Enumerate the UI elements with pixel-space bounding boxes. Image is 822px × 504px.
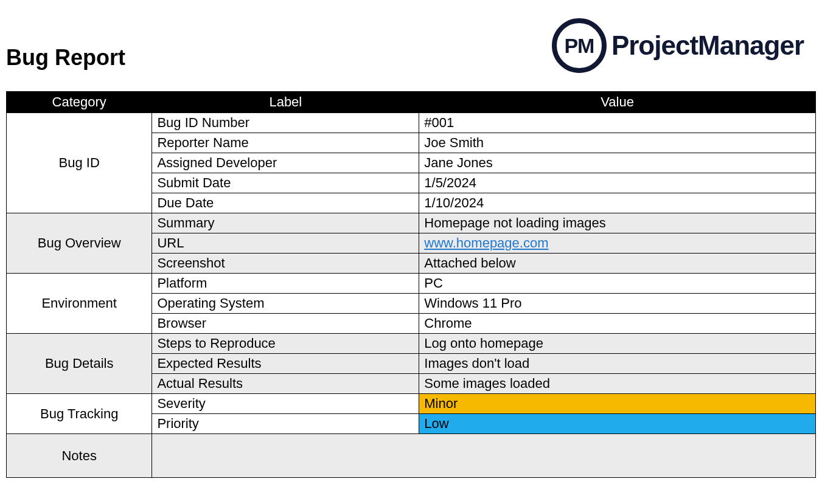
value-cell-severity: Minor xyxy=(419,394,816,414)
value-cell: Chrome xyxy=(419,314,816,334)
col-header-value: Value xyxy=(419,92,816,113)
col-header-category: Category xyxy=(7,92,152,113)
page-title: Bug Report xyxy=(6,45,125,71)
header: Bug Report PM ProjectManager xyxy=(6,6,816,73)
label-cell: Severity xyxy=(152,394,419,414)
url-link[interactable]: www.homepage.com xyxy=(424,235,548,250)
value-cell: #001 xyxy=(419,113,816,133)
value-cell: Attached below xyxy=(419,254,816,274)
value-cell: Joe Smith xyxy=(419,133,816,153)
label-cell: URL xyxy=(152,233,419,254)
logo-circle-icon: PM xyxy=(552,18,607,73)
label-cell: Summary xyxy=(152,213,419,233)
value-cell: Windows 11 Pro xyxy=(419,294,816,314)
label-cell: Steps to Reproduce xyxy=(152,334,419,354)
label-cell: Browser xyxy=(152,314,419,334)
category-notes: Notes xyxy=(7,434,152,478)
logo-abbr: PM xyxy=(564,34,594,58)
label-cell: Screenshot xyxy=(152,254,419,274)
value-cell-priority: Low xyxy=(419,414,816,434)
label-cell: Platform xyxy=(152,274,419,294)
value-cell: 1/5/2024 xyxy=(419,173,816,193)
value-cell: Images don't load xyxy=(419,354,816,374)
label-cell: Bug ID Number xyxy=(152,113,419,133)
table-row: Notes xyxy=(7,434,816,478)
table-row: Bug Tracking Severity Minor xyxy=(7,394,816,414)
label-cell: Due Date xyxy=(152,193,419,213)
value-cell: www.homepage.com xyxy=(419,233,816,254)
value-cell: Jane Jones xyxy=(419,153,816,173)
label-cell: Submit Date xyxy=(152,173,419,193)
value-cell: Some images loaded xyxy=(419,374,816,394)
col-header-label: Label xyxy=(152,92,419,113)
label-cell: Priority xyxy=(152,414,419,434)
value-cell: PC xyxy=(419,274,816,294)
bug-report-table: Category Label Value Bug ID Bug ID Numbe… xyxy=(6,91,816,478)
logo-text: ProjectManager xyxy=(611,30,804,61)
value-cell: Log onto homepage xyxy=(419,334,816,354)
category-environment: Environment xyxy=(7,274,152,334)
label-cell: Actual Results xyxy=(152,374,419,394)
label-cell: Operating System xyxy=(152,294,419,314)
label-cell: Reporter Name xyxy=(152,133,419,153)
label-cell: Expected Results xyxy=(152,354,419,374)
category-bug-overview: Bug Overview xyxy=(7,213,152,274)
notes-value xyxy=(152,434,816,478)
table-row: Bug Details Steps to Reproduce Log onto … xyxy=(7,334,816,354)
category-bug-tracking: Bug Tracking xyxy=(7,394,152,434)
table-row: Bug Overview Summary Homepage not loadin… xyxy=(7,213,816,233)
label-cell: Assigned Developer xyxy=(152,153,419,173)
logo: PM ProjectManager xyxy=(552,18,804,73)
category-bug-details: Bug Details xyxy=(7,334,152,394)
table-row: Environment Platform PC xyxy=(7,274,816,294)
category-bug-id: Bug ID xyxy=(7,113,152,213)
value-cell: Homepage not loading images xyxy=(419,213,816,233)
table-row: Bug ID Bug ID Number #001 xyxy=(7,113,816,133)
value-cell: 1/10/2024 xyxy=(419,193,816,213)
